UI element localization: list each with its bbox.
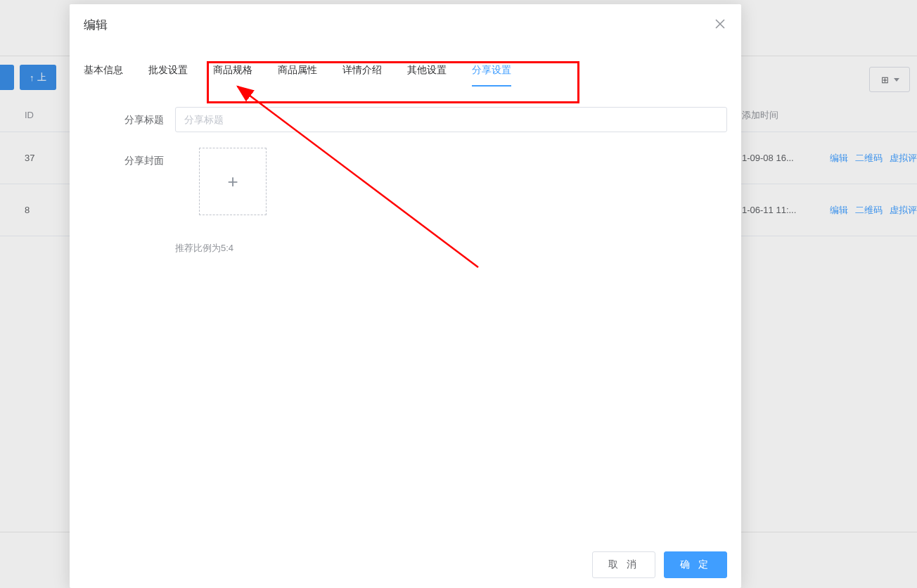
tab-product-attr[interactable]: 商品属性 — [278, 56, 317, 85]
share-title-control — [175, 107, 727, 132]
share-title-input[interactable] — [175, 107, 727, 132]
tab-detail-intro[interactable]: 详情介绍 — [342, 56, 382, 85]
form-row-share-cover: 分享封面 + — [84, 148, 727, 215]
share-cover-control: + — [175, 148, 727, 215]
modal-body: 基本信息 批发设置 商品规格 商品属性 详情介绍 其他设置 分享设置 分享标题 — [70, 41, 741, 542]
close-icon[interactable] — [713, 17, 727, 31]
cancel-button[interactable]: 取 消 — [592, 551, 655, 578]
form-row-share-title: 分享标题 — [84, 107, 727, 132]
tab-product-spec[interactable]: 商品规格 — [213, 56, 252, 85]
modal-title: 编辑 — [84, 17, 108, 33]
confirm-button[interactable]: 确 定 — [664, 551, 727, 578]
modal-overlay: 编辑 基本信息 批发设置 商品规格 商品属性 详情介绍 其他设置 分享设置 — [0, 0, 917, 588]
modal-header: 编辑 — [70, 4, 741, 41]
tab-other-settings[interactable]: 其他设置 — [407, 56, 447, 85]
tab-basic-info[interactable]: 基本信息 — [84, 56, 123, 85]
share-cover-label: 分享封面 — [84, 148, 175, 215]
share-title-label: 分享标题 — [84, 107, 175, 132]
tab-wholesale[interactable]: 批发设置 — [148, 56, 188, 85]
tab-share-settings[interactable]: 分享设置 — [472, 56, 511, 85]
form-area: 分享标题 分享封面 + 推荐比例为5:4 — [84, 107, 727, 255]
edit-modal: 编辑 基本信息 批发设置 商品规格 商品属性 详情介绍 其他设置 分享设置 — [70, 4, 741, 588]
tabs-container: 基本信息 批发设置 商品规格 商品属性 详情介绍 其他设置 分享设置 — [84, 56, 727, 86]
modal-footer: 取 消 确 定 — [70, 542, 741, 588]
cover-upload-box[interactable]: + — [199, 148, 267, 215]
ratio-hint-text: 推荐比例为5:4 — [175, 242, 727, 255]
plus-icon: + — [227, 171, 238, 193]
